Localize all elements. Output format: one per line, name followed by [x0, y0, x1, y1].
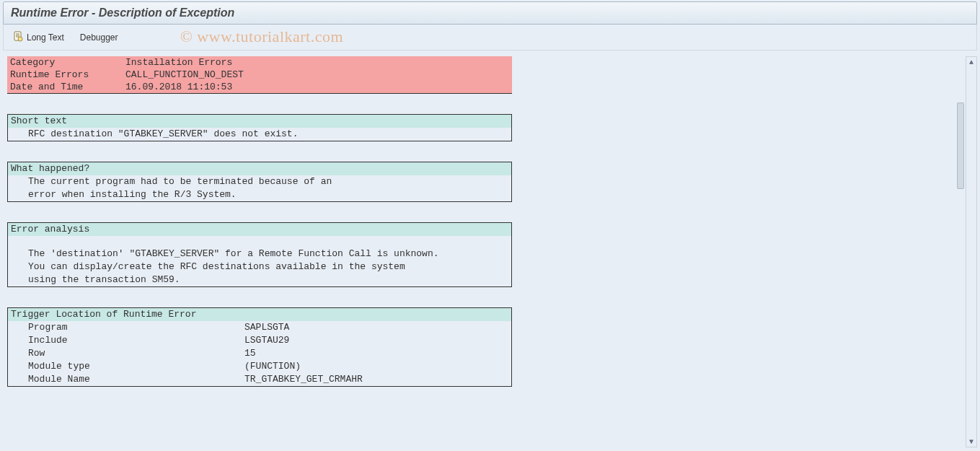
module-type-value: (FUNCTION) — [244, 361, 301, 372]
runtime-errors-value: CALL_FUNCTION_NO_DEST — [125, 69, 244, 81]
datetime-value: 16.09.2018 11:10:53 — [125, 81, 232, 93]
error-analysis-line-2: You can display/create the RFC destinati… — [8, 260, 511, 273]
short-text-block: Short text RFC destination "GTABKEY_SERV… — [7, 114, 512, 141]
header-row-datetime: Date and Time 16.09.2018 11:10:53 — [7, 81, 512, 93]
what-happened-head: What happened? — [8, 162, 511, 175]
document-icon — [12, 30, 24, 44]
trigger-mname-row: Module Name TR_GTABKEY_GET_CRMAHR — [8, 373, 511, 386]
error-analysis-line-3: using the transaction SM59. — [8, 273, 511, 286]
debugger-label: Debugger — [80, 32, 118, 43]
what-happened-line-1: The current program had to be terminated… — [8, 175, 511, 188]
error-analysis-block: Error analysis The 'destination' "GTABKE… — [7, 222, 512, 287]
trigger-include-row: Include LSGTAU29 — [8, 334, 511, 347]
short-text-line: RFC destination "GTABKEY_SERVER" does no… — [8, 128, 511, 141]
datetime-label: Date and Time — [10, 81, 125, 93]
trigger-location-block: Trigger Location of Runtime Error Progra… — [7, 307, 512, 387]
page-title: Runtime Error - Description of Exception — [3, 1, 977, 25]
runtime-errors-label: Runtime Errors — [10, 69, 125, 81]
program-value: SAPLSGTA — [244, 322, 289, 333]
vertical-scrollbar[interactable]: ▲ ▼ — [966, 56, 977, 447]
toolbar: Long Text Debugger — [3, 25, 977, 51]
trigger-row-row: Row 15 — [8, 347, 511, 360]
scroll-up-icon[interactable]: ▲ — [966, 57, 976, 67]
row-value: 15 — [244, 348, 256, 359]
debugger-button[interactable]: Debugger — [79, 30, 120, 45]
error-analysis-line-1: The 'destination' "GTABKEY_SERVER" for a… — [8, 248, 511, 260]
program-label: Program — [28, 322, 244, 333]
short-text-head: Short text — [8, 115, 511, 128]
module-type-label: Module type — [28, 361, 244, 372]
header-row-runtime: Runtime Errors CALL_FUNCTION_NO_DEST — [7, 69, 512, 81]
header-row-category: Category Installation Errors — [7, 56, 512, 69]
what-happened-block: What happened? The current program had t… — [7, 162, 512, 202]
module-name-label: Module Name — [28, 374, 244, 385]
scroll-marker[interactable] — [957, 102, 964, 189]
long-text-button[interactable]: Long Text — [11, 27, 66, 47]
trigger-program-row: Program SAPLSGTA — [8, 321, 511, 334]
trigger-head: Trigger Location of Runtime Error — [8, 308, 511, 321]
scroll-down-icon[interactable]: ▼ — [966, 437, 976, 447]
category-label: Category — [10, 56, 125, 69]
error-analysis-head: Error analysis — [8, 223, 511, 236]
include-value: LSGTAU29 — [244, 335, 289, 346]
row-label: Row — [28, 348, 244, 359]
what-happened-line-2: error when installing the R/3 System. — [8, 188, 511, 201]
category-value: Installation Errors — [125, 56, 232, 69]
svg-point-4 — [18, 37, 22, 41]
trigger-mtype-row: Module type (FUNCTION) — [8, 360, 511, 373]
blank-line — [8, 236, 511, 248]
content-area: Category Installation Errors Runtime Err… — [0, 51, 980, 451]
module-name-value: TR_GTABKEY_GET_CRMAHR — [244, 374, 363, 385]
error-header-block: Category Installation Errors Runtime Err… — [7, 56, 512, 94]
include-label: Include — [28, 335, 244, 346]
long-text-label: Long Text — [27, 32, 64, 43]
